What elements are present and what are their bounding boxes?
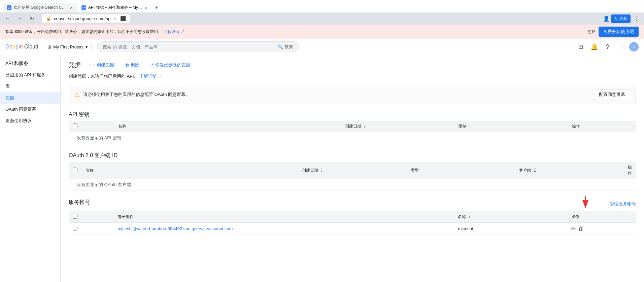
forward-button[interactable]: → [15,14,24,23]
tab2-close[interactable]: × [145,5,147,10]
browser-chrome: G 欢迎使用 Google Search Cons... × API API 凭… [0,0,644,25]
back-button[interactable]: ← [3,14,12,23]
sa-name-header[interactable]: 名称 ↑ [454,211,567,223]
col-actions-label: 操作 [572,124,580,129]
sa-row-checkbox [69,223,113,235]
create-label: + 创建凭据 [93,62,114,68]
delete-icon[interactable]: 🗑 [578,226,584,232]
bell-icon-button[interactable]: 🔔 [589,41,600,52]
header-icons: ⊞ 🔔 ? ⋮ U [575,41,639,52]
oauth-col-clientid-label: 客户端 ID [519,168,536,173]
sa-select-all[interactable] [73,214,77,219]
search-button[interactable]: 🔍 搜索 [278,44,293,50]
api-keys-no-data: 没有要显示的 API 密钥 [69,132,636,144]
service-accounts-table: 电子邮件 名称 ↑ 操作 [69,211,636,235]
tab1-title: 欢迎使用 Google Search Cons... [13,5,68,10]
search-btn-label: 搜索 [284,44,293,50]
update-label: 更新 [619,16,627,22]
api-keys-date-header[interactable]: 创建日期 ↓ [341,121,454,132]
oauth-no-data: 没有要显示的 OAuth 客户端 [69,179,636,191]
more-options-button[interactable]: ⋮ [616,41,626,52]
plus-icon: + [89,63,92,68]
api-keys-header-row: 名称 创建日期 ↓ 限制 操作 [69,121,636,132]
delete-label: 删除 [131,62,139,68]
oauth-col-name-label: 名称 [86,168,94,173]
sidebar-heading: API 和服务 [0,58,60,69]
create-credentials-button[interactable]: + + 创建凭据 [86,61,117,69]
more-button[interactable]: ⋮ [632,14,641,23]
sa-row-email: mjceshi@sacred-bonbon-384402.iam.gservic… [113,223,454,235]
delete-button[interactable]: 🗑 删除 [122,61,142,69]
search-bar: 🔍 搜索 [97,41,299,52]
search-icon: 🔍 [278,44,283,49]
chevron-down-icon: ▾ [86,44,88,49]
sa-row-check[interactable] [73,226,77,231]
reload-button[interactable]: ↻ [27,14,36,23]
google-cloud-logo: Google Cloud [5,44,38,50]
address-input[interactable] [54,16,110,21]
avatar[interactable]: U [629,42,639,51]
restore-icon: ↺ [150,63,154,68]
oauth-type-header: 类型 [407,162,515,179]
cast-icon[interactable]: ⬛ [120,16,126,21]
warning-text: 请必须使用关于您的应用的信息配置 OAuth 同意屏幕。 [83,92,190,98]
grid-icon-button[interactable]: ⊞ [575,41,586,52]
oauth-col-type-label: 类型 [411,168,419,173]
service-account-email-link[interactable]: mjceshi@sacred-bonbon-384402.iam.gservic… [117,226,233,231]
lock-icon: 🔒 [46,16,51,21]
tab-1[interactable]: G 欢迎使用 Google Search Cons... × [3,3,77,12]
sidebar-item-page-usage[interactable]: 页面使用协议 [0,115,60,127]
oauth-col-actions-label: 操作 [628,165,632,175]
update-button[interactable]: ↻ 更新 [611,14,631,23]
tab1-close[interactable]: × [70,5,73,10]
oauth-clientid-header: 客户端 ID [515,162,624,179]
main-content: 凭据 + + 创建凭据 🗑 删除 ↺ 恢复已删除的凭据 创建凭据，以访问您已启用… [61,55,644,282]
api-keys-actions-header: 操作 [568,121,636,132]
info-text: 创建凭据，以访问您已启用的 API。 了解详情 ↗ [69,73,636,79]
banner-text: 欢享 $300 赠金，开始免费试用。请放心，如果您的赠金用尽，我们不会向您收取费… [5,29,184,35]
tab2-favicon: API [81,5,86,10]
edit-icon[interactable]: ✏ [571,225,576,232]
warning-content: ⚠ 请必须使用关于您的应用的信息配置 OAuth 同意屏幕。 [74,91,190,98]
address-bar: 🔒 ☆ ⬛ [42,14,130,23]
search-input[interactable] [103,44,275,49]
sa-col-name-label: 名称 [458,214,466,219]
manage-service-accounts-link[interactable]: 管理服务帐号 [610,201,636,206]
sidebar-item-library[interactable]: 库 [0,81,60,92]
profile-icon[interactable]: 👤 [603,15,610,22]
sidebar: API 和服务 已启用的 API 和服务 库 凭据 OAuth 同意屏幕 页面使… [0,55,61,282]
restore-button[interactable]: ↺ 恢复已删除的凭据 [147,61,193,69]
warning-banner: ⚠ 请必须使用关于您的应用的信息配置 OAuth 同意屏幕。 配置同意屏幕 [69,85,636,104]
sa-row-action-buttons: ✏ 🗑 [571,225,632,232]
api-keys-select-all[interactable] [73,124,77,128]
dismiss-text[interactable]: 忽略 [588,29,596,35]
address-actions: 👤 ↻ 更新 ⋮ [603,14,641,23]
info-message: 创建凭据，以访问您已启用的 API。 [69,74,138,79]
project-name: My First Project [53,44,83,49]
oauth-date-header[interactable]: 创建日期 ↓ [298,162,407,179]
col-name-label: 名称 [118,124,126,129]
sidebar-item-oauth[interactable]: OAuth 同意屏幕 [0,104,60,115]
info-learn-link[interactable]: 了解详情 ↗ [139,74,163,79]
service-accounts-header-row: 电子邮件 名称 ↑ 操作 [69,211,636,223]
col-date-label: 创建日期 [345,124,361,129]
sidebar-item-enabled[interactable]: 已启用的 API 和服务 [0,69,60,81]
oauth-title: OAuth 2.0 客户端 ID [69,152,636,159]
sort-down-icon: ↓ [364,124,366,128]
sa-actions-header: 操作 [567,211,636,223]
help-icon-button[interactable]: ? [602,41,613,52]
config-consent-button[interactable]: 配置同意屏幕 [594,89,630,100]
oauth-select-all[interactable] [73,168,77,172]
sidebar-item-credentials[interactable]: 凭据 [0,92,60,104]
address-bar-row: ← → ↻ 🔒 ☆ ⬛ 👤 ↻ 更新 ⋮ [0,12,644,25]
tab-2[interactable]: API API 凭据 – API 和服务 – My First Pr... × [77,3,151,12]
free-trial-button[interactable]: 免费开始使用吧 [599,27,639,37]
service-accounts-header-row: 服务帐号 管理服务帐号 [69,199,636,209]
banner-learn-link[interactable]: 了解详情 ↗ [163,29,184,34]
star-icon[interactable]: ☆ [113,16,117,21]
new-tab-button[interactable]: + [152,3,161,12]
logo-text: Google Cloud [5,44,38,50]
service-accounts-section: 服务帐号 管理服务帐号 [69,199,636,235]
project-selector[interactable]: ⊞ My First Project ▾ [44,43,92,51]
banner-right: 忽略 免费开始使用吧 [588,27,639,37]
